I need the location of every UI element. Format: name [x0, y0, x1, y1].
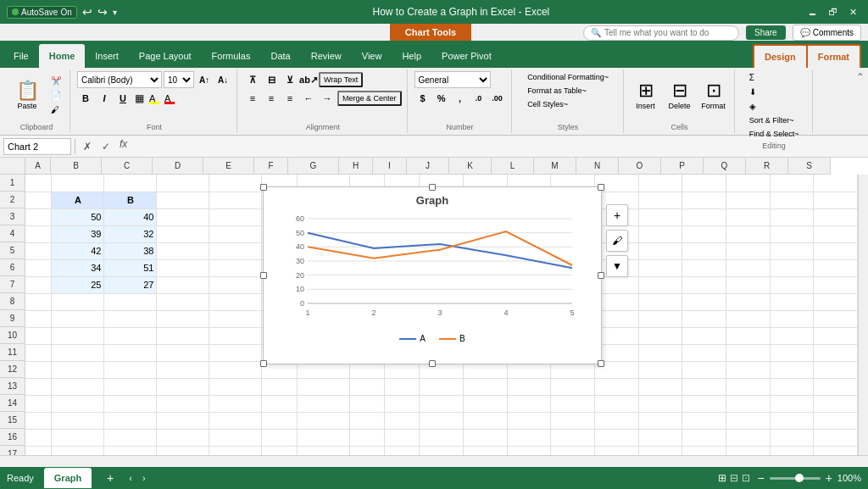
cell-O11[interactable] [638, 344, 682, 361]
cell-E6[interactable] [209, 259, 262, 276]
cell-S12[interactable] [814, 361, 858, 378]
cell-I17[interactable] [385, 446, 420, 455]
cell-A7[interactable] [25, 276, 52, 293]
cell-B15[interactable] [52, 412, 104, 429]
horizontal-scrollbar[interactable] [0, 455, 868, 465]
cell-A15[interactable] [25, 412, 52, 429]
cell-A5[interactable] [25, 242, 52, 259]
cell-C11[interactable] [104, 344, 157, 361]
chart-handle-ml[interactable] [260, 272, 267, 279]
cell-R12[interactable] [770, 361, 814, 378]
align-middle-btn[interactable]: ⊟ [263, 71, 280, 88]
cell-O3[interactable] [638, 208, 682, 225]
zoom-out-btn[interactable]: − [757, 471, 764, 485]
cell-R17[interactable] [770, 446, 814, 455]
cancel-formula-icon[interactable]: ✗ [79, 138, 96, 155]
tab-data[interactable]: Data [260, 44, 300, 68]
cell-C10[interactable] [104, 327, 157, 344]
tab-file[interactable]: File [3, 44, 39, 68]
cell-E10[interactable] [209, 327, 262, 344]
cell-N16[interactable] [594, 429, 638, 446]
chart-style-btn[interactable]: 🖌 [606, 230, 628, 252]
cell-B12[interactable] [52, 361, 104, 378]
cell-D1[interactable] [157, 175, 209, 192]
cell-R7[interactable] [770, 276, 814, 293]
cell-S1[interactable] [814, 175, 858, 192]
format-as-table-btn[interactable]: Format as Table~ [524, 85, 590, 97]
cell-S17[interactable] [814, 446, 858, 455]
tab-insert[interactable]: Insert [85, 44, 129, 68]
cell-B11[interactable] [52, 344, 104, 361]
align-top-btn[interactable]: ⊼ [244, 71, 261, 88]
cell-D9[interactable] [157, 310, 209, 327]
cell-D12[interactable] [157, 361, 209, 378]
cell-A6[interactable] [25, 259, 52, 276]
bold-button[interactable]: B [77, 90, 94, 107]
cell-S3[interactable] [814, 208, 858, 225]
cell-B10[interactable] [52, 327, 104, 344]
cell-H16[interactable] [349, 429, 384, 446]
cell-Q16[interactable] [726, 429, 770, 446]
underline-button[interactable]: U [114, 90, 131, 107]
cell-R1[interactable] [770, 175, 814, 192]
cell-M16[interactable] [551, 429, 595, 446]
normal-view-btn[interactable]: ⊞ [718, 472, 726, 484]
cell-B1[interactable] [52, 175, 104, 192]
cell-F17[interactable] [262, 446, 297, 455]
cell-P13[interactable] [682, 378, 726, 395]
cell-P16[interactable] [682, 429, 726, 446]
cell-O12[interactable] [638, 361, 682, 378]
cell-P8[interactable] [682, 293, 726, 310]
cell-P7[interactable] [682, 276, 726, 293]
cell-Q13[interactable] [726, 378, 770, 395]
cell-C1[interactable] [104, 175, 157, 192]
decrease-font-btn[interactable]: A↓ [214, 71, 231, 88]
cell-R13[interactable] [770, 378, 814, 395]
cell-K16[interactable] [464, 429, 508, 446]
cell-B6[interactable]: 34 [52, 259, 104, 276]
cell-Q7[interactable] [726, 276, 770, 293]
cell-D2[interactable] [157, 192, 209, 208]
decrease-indent-btn[interactable]: ← [300, 90, 317, 107]
cell-Q2[interactable] [726, 192, 770, 208]
cell-J13[interactable] [420, 378, 464, 395]
cell-I14[interactable] [385, 395, 420, 412]
formula-input[interactable] [134, 138, 865, 155]
cell-D11[interactable] [157, 344, 209, 361]
cell-Q6[interactable] [726, 259, 770, 276]
cell-J16[interactable] [420, 429, 464, 446]
cell-D5[interactable] [157, 242, 209, 259]
cell-R8[interactable] [770, 293, 814, 310]
cell-E11[interactable] [209, 344, 262, 361]
cell-E14[interactable] [209, 395, 262, 412]
cell-B7[interactable]: 25 [52, 276, 104, 293]
cell-Q3[interactable] [726, 208, 770, 225]
cell-B2[interactable]: A [52, 192, 104, 208]
cell-D3[interactable] [157, 208, 209, 225]
cell-S16[interactable] [814, 429, 858, 446]
cell-L14[interactable] [507, 395, 551, 412]
chart-handle-tl[interactable] [260, 184, 267, 191]
scroll-left-btn[interactable]: ‹ [129, 473, 132, 483]
cell-C15[interactable] [104, 412, 157, 429]
cell-D15[interactable] [157, 412, 209, 429]
cell-S15[interactable] [814, 412, 858, 429]
cell-E4[interactable] [209, 225, 262, 242]
cell-A8[interactable] [25, 293, 52, 310]
cell-Q14[interactable] [726, 395, 770, 412]
cell-S7[interactable] [814, 276, 858, 293]
cell-F15[interactable] [262, 412, 297, 429]
comments-button[interactable]: 💬 Comments [793, 25, 861, 41]
zoom-slider-track[interactable] [770, 477, 821, 480]
collapse-ribbon-btn[interactable]: ⌃ [856, 71, 865, 83]
increase-font-btn[interactable]: A↑ [196, 71, 213, 88]
cell-Q11[interactable] [726, 344, 770, 361]
format-painter-button[interactable]: 🖌 [47, 103, 64, 116]
cell-O9[interactable] [638, 310, 682, 327]
enter-formula-icon[interactable]: ✓ [97, 138, 114, 155]
cell-A2[interactable] [25, 192, 52, 208]
add-sheet-btn[interactable]: + [102, 470, 119, 486]
cell-C13[interactable] [104, 378, 157, 395]
cell-P2[interactable] [682, 192, 726, 208]
cell-O6[interactable] [638, 259, 682, 276]
